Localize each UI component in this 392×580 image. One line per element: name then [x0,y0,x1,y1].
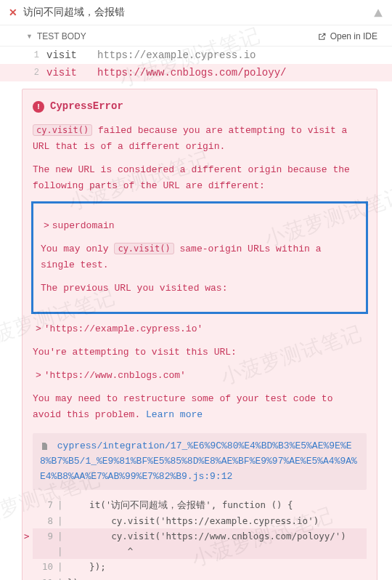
caret-marker: ^ [68,544,133,559]
chevron-right-icon: > [36,370,41,381]
open-in-ide-label: Open in IDE [330,31,377,41]
inline-code: cy.visit() [114,243,173,254]
test-body-header[interactable]: ▼ TEST BODY Open in IDE [0,25,392,46]
file-path: cypress/integration/17_%E6%9C%80%E4%BD%B… [40,440,357,482]
command-arg: https://www.cnblogs.com/poloyy/ [97,67,286,78]
fail-x-icon: ✕ [9,7,17,18]
chevron-right-icon: > [36,323,41,334]
error-panel: ! CypressError cy.visit() failed because… [22,89,377,580]
error-text: superdomain [52,220,115,231]
line-number: 10 [31,559,57,574]
line-number: 11 [31,575,57,580]
command-row[interactable]: 1 visit https://example.cypress.io [0,47,392,64]
file-icon [40,440,54,451]
open-in-ide-button[interactable]: Open in IDE [317,31,377,41]
command-arg: https://example.cypress.io [97,49,256,61]
test-header: ✕ 访问不同超域，会报错 [0,0,392,25]
highlight-box: >superdomain You may only cy.visit() sam… [31,201,368,313]
line-number: 9 [31,528,57,544]
external-link-icon [317,32,327,41]
caret-down-icon: ▼ [26,33,33,40]
test-body-label: TEST BODY [37,31,86,41]
line-number: 8 [31,513,57,528]
warning-icon [373,7,383,18]
command-number: 2 [26,68,39,78]
error-badge-icon: ! [33,101,44,113]
error-text: The new URL is considered a different or… [33,162,367,194]
error-text: You may only [41,243,114,254]
learn-more-link[interactable]: Learn more [146,409,203,420]
code-line: }); [68,559,106,574]
error-text: The previous URL you visited was: [41,281,359,297]
code-line: }) [68,575,78,580]
command-row-failed[interactable]: 2 visit https://www.cnblogs.com/poloyy/ [0,64,392,81]
command-log: 1 visit https://example.cypress.io 2 vis… [0,46,392,81]
error-url: 'https://www.cnblogs.com' [44,370,186,381]
command-number: 1 [26,50,39,60]
error-url: 'https://example.cypress.io' [44,323,203,334]
command-name: visit [46,67,97,78]
command-name: visit [46,49,97,61]
code-line: it('访问不同超域，会报错', function () { [68,497,293,512]
code-line: cy.visit('https://example.cypress.io') [68,513,319,528]
code-line: cy.visit('https://www.cnblogs.com/poloyy… [68,528,346,544]
code-frame: 7| it('访问不同超域，会报错', function () { 8| cy.… [33,497,367,580]
inline-code: cy.visit() [33,124,92,136]
line-number: 7 [31,497,57,512]
test-title: 访问不同超域，会报错 [23,6,373,19]
chevron-right-icon: > [44,220,49,231]
error-pointer-icon: > [24,528,31,544]
error-body: cy.visit() failed because you are attemp… [33,123,367,580]
file-path-link[interactable]: cypress/integration/17_%E6%9C%80%E4%BD%B… [33,433,367,490]
error-text: You're attempting to visit this URL: [33,345,367,361]
error-title: CypressError [50,98,123,116]
